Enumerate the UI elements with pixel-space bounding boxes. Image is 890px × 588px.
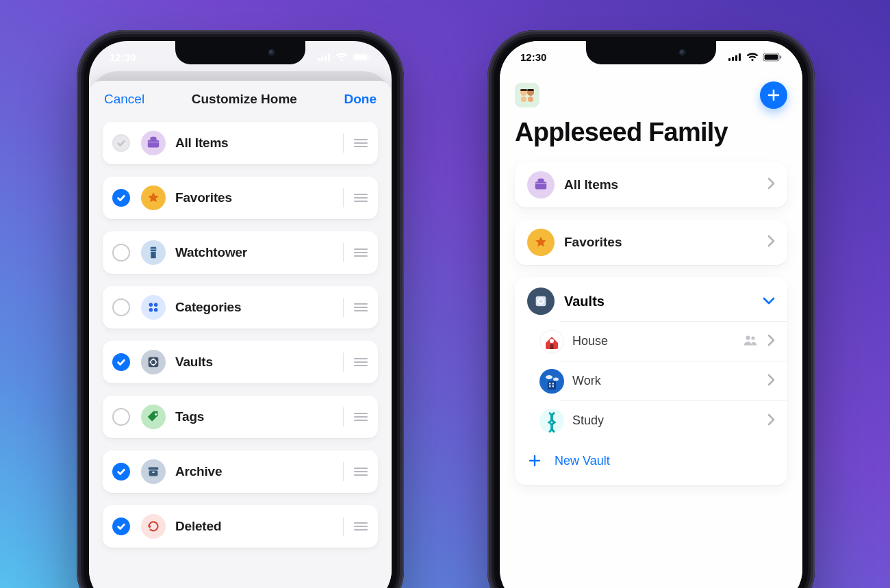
svg-rect-65 bbox=[548, 381, 556, 389]
vault-avatar bbox=[539, 369, 564, 394]
reorder-handle-icon[interactable] bbox=[353, 138, 368, 149]
shared-icon bbox=[743, 334, 758, 349]
svg-rect-46 bbox=[765, 54, 778, 60]
svg-point-18 bbox=[149, 308, 153, 312]
vaults-icon bbox=[141, 350, 166, 374]
svg-rect-1 bbox=[321, 57, 323, 61]
battery-icon bbox=[763, 53, 782, 62]
vault-label: Study bbox=[572, 413, 767, 428]
battery-icon bbox=[352, 53, 371, 62]
reorder-handle-icon[interactable] bbox=[353, 302, 368, 313]
add-button[interactable] bbox=[760, 81, 787, 109]
vault-label: House bbox=[572, 334, 743, 348]
row-label: All Items bbox=[175, 136, 343, 151]
selection-toggle[interactable] bbox=[112, 463, 130, 481]
vaults-icon bbox=[527, 287, 555, 315]
vault-row-house[interactable]: House bbox=[560, 321, 787, 361]
quick-card-favorites[interactable]: Favorites bbox=[515, 220, 787, 265]
chevron-right-icon bbox=[767, 177, 775, 192]
reorder-handle-icon[interactable] bbox=[353, 466, 368, 477]
vault-row-work[interactable]: Work bbox=[560, 361, 787, 400]
reorder-handle-icon[interactable] bbox=[353, 411, 368, 422]
svg-point-51 bbox=[528, 97, 533, 102]
favorites-icon bbox=[527, 229, 555, 256]
customize-row-deleted[interactable]: Deleted bbox=[103, 505, 378, 548]
sheet-header: Cancel Customize Home Done bbox=[89, 81, 392, 115]
status-time: 12:30 bbox=[520, 51, 546, 63]
row-label: Archive bbox=[175, 464, 343, 479]
customize-row-archive[interactable]: Archive bbox=[103, 450, 378, 493]
svg-rect-68 bbox=[549, 385, 551, 387]
reorder-handle-icon[interactable] bbox=[353, 192, 368, 203]
vaults-card: Vaults House Work Stud bbox=[515, 277, 787, 485]
chevron-right-icon bbox=[767, 334, 775, 349]
new-vault-button[interactable]: New Vault bbox=[515, 443, 787, 478]
selection-toggle[interactable] bbox=[112, 189, 130, 207]
customize-row-tags[interactable]: Tags bbox=[103, 396, 378, 438]
svg-rect-67 bbox=[552, 383, 555, 385]
customize-home-sheet: Cancel Customize Home Done All ItemsFavo… bbox=[89, 81, 392, 588]
svg-point-63 bbox=[546, 375, 552, 379]
customize-row-all[interactable]: All Items bbox=[103, 122, 378, 164]
customize-list[interactable]: All ItemsFavoritesWatchtowerCategoriesVa… bbox=[89, 115, 392, 588]
deleted-icon bbox=[141, 514, 166, 539]
quick-card-all[interactable]: All Items bbox=[515, 162, 787, 207]
sheet-title: Customize Home bbox=[192, 92, 297, 107]
account-avatar[interactable] bbox=[515, 83, 539, 107]
all-icon bbox=[527, 171, 555, 199]
section-label: Vaults bbox=[564, 294, 763, 309]
svg-rect-6 bbox=[369, 55, 370, 59]
reorder-handle-icon[interactable] bbox=[353, 357, 368, 368]
done-button[interactable]: Done bbox=[344, 92, 377, 107]
all-icon bbox=[141, 131, 166, 155]
customize-row-watchtower[interactable]: Watchtower bbox=[103, 231, 378, 274]
categories-icon bbox=[141, 295, 166, 320]
wifi-icon bbox=[335, 53, 348, 62]
svg-rect-3 bbox=[328, 53, 330, 61]
svg-rect-0 bbox=[318, 58, 320, 61]
watchtower-icon bbox=[141, 240, 166, 265]
card-label: All Items bbox=[564, 177, 767, 192]
svg-point-28 bbox=[155, 413, 157, 416]
svg-point-72 bbox=[550, 425, 553, 428]
vaults-header[interactable]: Vaults bbox=[515, 281, 787, 321]
phone-screen: 12:30 bbox=[500, 41, 802, 588]
reorder-handle-icon[interactable] bbox=[353, 521, 368, 532]
new-vault-label: New Vault bbox=[555, 454, 610, 468]
selection-toggle[interactable] bbox=[112, 244, 130, 261]
customize-row-vaults[interactable]: Vaults bbox=[103, 341, 378, 383]
svg-point-61 bbox=[751, 336, 754, 340]
row-label: Categories bbox=[175, 300, 343, 315]
favorites-icon bbox=[141, 186, 166, 210]
svg-rect-58 bbox=[550, 344, 554, 349]
status-time: 12:30 bbox=[110, 51, 136, 63]
wifi-icon bbox=[746, 53, 759, 62]
reorder-handle-icon[interactable] bbox=[353, 247, 368, 258]
row-label: Vaults bbox=[175, 355, 343, 370]
svg-rect-44 bbox=[739, 53, 741, 61]
svg-rect-42 bbox=[732, 57, 734, 61]
svg-point-19 bbox=[154, 308, 158, 312]
row-label: Tags bbox=[175, 409, 343, 424]
svg-rect-43 bbox=[735, 55, 737, 62]
home-cards: All Items Favorites Vaults House bbox=[515, 162, 787, 485]
selection-toggle[interactable] bbox=[112, 298, 130, 316]
svg-rect-69 bbox=[552, 385, 555, 387]
page-title: Appleseed Family bbox=[515, 118, 787, 147]
customize-row-categories[interactable]: Categories bbox=[103, 286, 378, 329]
customize-row-favorites[interactable]: Favorites bbox=[103, 177, 378, 219]
notch bbox=[586, 41, 716, 64]
phone-screen: 12:30 Cancel Customize Home Done All Ite… bbox=[89, 41, 392, 588]
svg-point-64 bbox=[553, 377, 559, 381]
svg-rect-53 bbox=[527, 89, 534, 91]
selection-toggle[interactable] bbox=[112, 408, 130, 426]
svg-point-16 bbox=[149, 303, 153, 307]
cancel-button[interactable]: Cancel bbox=[104, 92, 144, 107]
vault-avatar bbox=[539, 329, 564, 354]
svg-rect-41 bbox=[728, 58, 730, 61]
svg-rect-52 bbox=[520, 89, 527, 91]
plus-icon bbox=[767, 88, 780, 102]
vault-row-study[interactable]: Study bbox=[560, 400, 787, 440]
selection-toggle[interactable] bbox=[112, 353, 130, 371]
selection-toggle[interactable] bbox=[112, 517, 130, 535]
